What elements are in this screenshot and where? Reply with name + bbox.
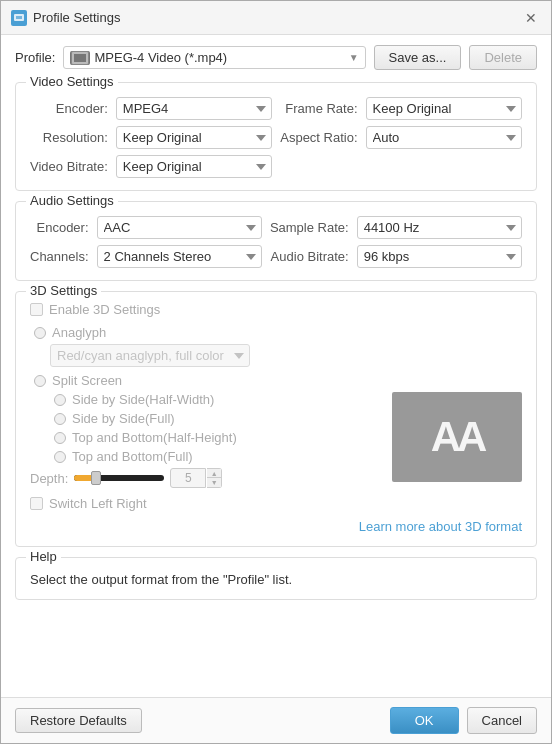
video-bitrate-select[interactable]: Keep Original <box>116 155 272 178</box>
learn-more-link[interactable]: Learn more about 3D format <box>30 519 522 534</box>
enable-3d-label: Enable 3D Settings <box>49 302 160 317</box>
side-by-side-half-label: Side by Side(Half-Width) <box>72 392 214 407</box>
restore-defaults-button[interactable]: Restore Defaults <box>15 708 142 733</box>
title-bar: Profile Settings ✕ <box>1 1 551 35</box>
ok-button[interactable]: OK <box>390 707 459 734</box>
sample-rate-select[interactable]: 44100 Hz <box>357 216 522 239</box>
anaglyph-label: Anaglyph <box>52 325 106 340</box>
video-bitrate-label: Video Bitrate: <box>30 159 108 174</box>
3d-settings-section: 3D Settings Enable 3D Settings Anaglyph … <box>15 291 537 547</box>
audio-bitrate-select[interactable]: 96 kbps <box>357 245 522 268</box>
side-by-side-full-row: Side by Side(Full) <box>50 411 382 426</box>
delete-button[interactable]: Delete <box>469 45 537 70</box>
encoder-label: Encoder: <box>30 101 108 116</box>
svg-rect-2 <box>16 16 22 19</box>
side-by-side-half-radio[interactable] <box>54 394 66 406</box>
resolution-label: Resolution: <box>30 130 108 145</box>
frame-rate-label: Frame Rate: <box>280 101 357 116</box>
channels-label: Channels: <box>30 249 89 264</box>
switch-left-right-row: Switch Left Right <box>30 496 382 511</box>
resolution-select[interactable]: Keep Original <box>116 126 272 149</box>
window-title: Profile Settings <box>33 10 120 25</box>
preview-text: AA <box>431 413 484 461</box>
side-by-side-full-label: Side by Side(Full) <box>72 411 175 426</box>
3d-preview: AA <box>392 392 522 482</box>
channels-select[interactable]: 2 Channels Stereo <box>97 245 262 268</box>
encoder-select[interactable]: MPEG4 <box>116 97 272 120</box>
profile-label: Profile: <box>15 50 55 65</box>
3d-options-left: Side by Side(Half-Width) Side by Side(Fu… <box>30 392 382 511</box>
top-bottom-full-row: Top and Bottom(Full) <box>50 449 382 464</box>
help-title: Help <box>26 549 61 564</box>
anaglyph-row: Anaglyph <box>30 325 522 340</box>
title-bar-left: Profile Settings <box>11 10 120 26</box>
profile-dropdown-arrow: ▼ <box>349 52 359 63</box>
enable-3d-checkbox[interactable] <box>30 303 43 316</box>
3d-lower: Side by Side(Half-Width) Side by Side(Fu… <box>30 392 522 511</box>
depth-row: Depth: 5 ▲ ▼ <box>30 468 382 488</box>
enable-3d-row: Enable 3D Settings <box>30 302 522 317</box>
aspect-ratio-select[interactable]: Auto <box>366 126 522 149</box>
split-screen-row: Split Screen <box>30 373 522 388</box>
depth-spinners: ▲ ▼ <box>207 468 222 488</box>
depth-spin-down[interactable]: ▼ <box>207 478 221 487</box>
depth-input-wrap: 5 ▲ ▼ <box>170 468 222 488</box>
profile-dropdown[interactable]: MPEG-4 Video (*.mp4) ▼ <box>63 46 365 69</box>
depth-slider-thumb[interactable] <box>91 471 101 485</box>
sub-radios: Side by Side(Half-Width) Side by Side(Fu… <box>30 392 382 464</box>
cancel-button[interactable]: Cancel <box>467 707 537 734</box>
aspect-ratio-label: Aspect Ratio: <box>280 130 357 145</box>
main-content: Profile: MPEG-4 Video (*.mp4) ▼ Save as.… <box>1 35 551 697</box>
close-button[interactable]: ✕ <box>521 8 541 28</box>
side-by-side-full-radio[interactable] <box>54 413 66 425</box>
anaglyph-radio[interactable] <box>34 327 46 339</box>
top-bottom-full-label: Top and Bottom(Full) <box>72 449 193 464</box>
video-settings-grid: Encoder: MPEG4 Frame Rate: Keep Original… <box>30 93 522 178</box>
profile-value: MPEG-4 Video (*.mp4) <box>94 50 344 65</box>
footer-right: OK Cancel <box>390 707 537 734</box>
depth-label: Depth: <box>30 471 68 486</box>
audio-encoder-label: Encoder: <box>30 220 89 235</box>
footer: Restore Defaults OK Cancel <box>1 697 551 743</box>
mp4-icon <box>70 51 90 65</box>
audio-settings-grid: Encoder: AAC Sample Rate: 44100 Hz Chann… <box>30 212 522 268</box>
audio-encoder-select[interactable]: AAC <box>97 216 262 239</box>
help-text: Select the output format from the "Profi… <box>30 568 522 587</box>
side-by-side-half-row: Side by Side(Half-Width) <box>50 392 382 407</box>
video-settings-section: Video Settings Encoder: MPEG4 Frame Rate… <box>15 82 537 191</box>
3d-settings-title: 3D Settings <box>26 283 101 298</box>
top-bottom-half-label: Top and Bottom(Half-Height) <box>72 430 237 445</box>
audio-settings-title: Audio Settings <box>26 193 118 208</box>
video-settings-title: Video Settings <box>26 74 118 89</box>
learn-more-row: Learn more about 3D format <box>30 519 522 534</box>
audio-bitrate-label: Audio Bitrate: <box>270 249 349 264</box>
depth-spin-up[interactable]: ▲ <box>207 469 221 478</box>
split-screen-radio[interactable] <box>34 375 46 387</box>
save-as-button[interactable]: Save as... <box>374 45 462 70</box>
depth-slider[interactable] <box>74 475 164 481</box>
audio-settings-section: Audio Settings Encoder: AAC Sample Rate:… <box>15 201 537 281</box>
anaglyph-select: Red/cyan anaglyph, full color <box>50 344 250 367</box>
profile-settings-window: Profile Settings ✕ Profile: MPEG-4 Video… <box>0 0 552 744</box>
app-icon <box>11 10 27 26</box>
profile-row: Profile: MPEG-4 Video (*.mp4) ▼ Save as.… <box>15 45 537 70</box>
top-bottom-full-radio[interactable] <box>54 451 66 463</box>
switch-left-right-label: Switch Left Right <box>49 496 147 511</box>
anaglyph-select-wrap: Red/cyan anaglyph, full color <box>30 344 522 367</box>
split-screen-label: Split Screen <box>52 373 122 388</box>
help-section: Help Select the output format from the "… <box>15 557 537 600</box>
sample-rate-label: Sample Rate: <box>270 220 349 235</box>
switch-left-right-checkbox[interactable] <box>30 497 43 510</box>
svg-rect-5 <box>74 54 86 62</box>
top-bottom-half-row: Top and Bottom(Half-Height) <box>50 430 382 445</box>
top-bottom-half-radio[interactable] <box>54 432 66 444</box>
frame-rate-select[interactable]: Keep Original <box>366 97 522 120</box>
depth-input[interactable]: 5 <box>170 468 206 488</box>
